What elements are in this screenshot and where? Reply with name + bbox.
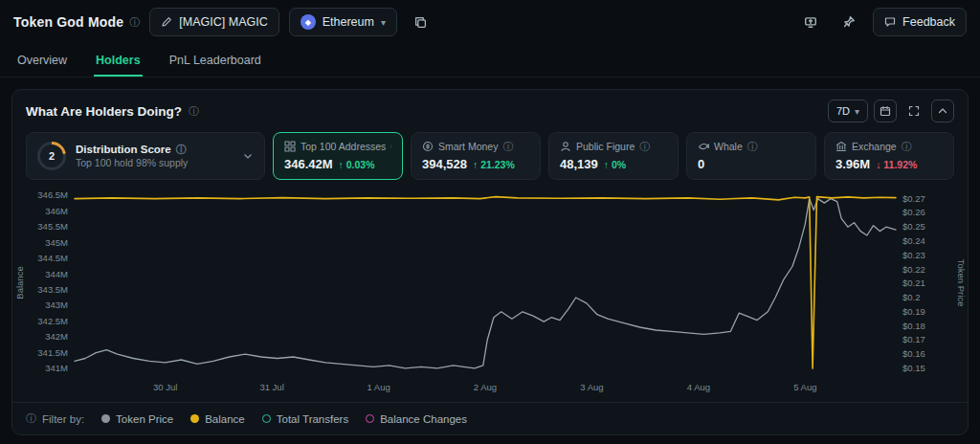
right-axis-title: Token Price — [956, 259, 967, 307]
share-icon — [804, 15, 817, 29]
svg-text:344M: 344M — [45, 269, 68, 279]
feedback-button[interactable]: Feedback — [873, 8, 967, 36]
chart-filter-bar: Filter by: Token Price Balance Total Tra… — [12, 402, 968, 434]
balance-line — [75, 197, 896, 369]
collapse-button[interactable] — [931, 100, 954, 122]
svg-text:$0.27: $0.27 — [902, 193, 925, 204]
stat-card-smart-money[interactable]: Smart Money 394,528 ↑ 21.23% — [411, 132, 541, 180]
stat-card-exchange[interactable]: Exchange 3.96M ↓ 11.92% — [824, 132, 954, 180]
bank-icon — [835, 141, 847, 152]
holders-chart[interactable]: 346.5M346M345.5M345M344.5M344M343.5M343M… — [13, 184, 967, 398]
legend-label: Total Transfers — [277, 413, 348, 425]
svg-text:341M: 341M — [45, 363, 68, 373]
legend-toggle-balance-changes[interactable]: Balance Changes — [366, 413, 467, 425]
distribution-score-value: 2 — [40, 144, 63, 167]
info-icon[interactable] — [176, 144, 187, 155]
svg-text:4 Aug: 4 Aug — [687, 382, 710, 392]
info-icon[interactable] — [189, 106, 199, 117]
svg-text:$0.15: $0.15 — [902, 363, 925, 373]
distribution-score-card[interactable]: 2 Distribution Score Top 100 hold 98% su… — [26, 132, 265, 180]
svg-text:344.5M: 344.5M — [37, 253, 68, 263]
stat-card-value: 346.42M — [284, 157, 333, 171]
pin-button[interactable] — [835, 8, 863, 36]
svg-text:$0.22: $0.22 — [902, 264, 925, 275]
grid-icon — [284, 141, 296, 152]
svg-text:$0.24: $0.24 — [902, 235, 925, 246]
info-icon[interactable] — [639, 142, 650, 152]
svg-text:345M: 345M — [45, 237, 68, 248]
stat-card-label: Smart Money — [438, 141, 498, 152]
svg-text:$0.2: $0.2 — [902, 292, 921, 302]
info-icon[interactable] — [129, 17, 140, 28]
ethereum-icon — [301, 14, 316, 30]
chart-area: 346.5M346M345.5M345M344.5M344M343.5M343M… — [12, 180, 968, 402]
info-icon[interactable] — [902, 142, 912, 152]
legend-dot-icon — [190, 414, 199, 423]
edit-icon — [161, 16, 172, 28]
chain-selector[interactable]: Ethereum — [289, 8, 397, 36]
stat-card-value: 394,528 — [422, 157, 467, 171]
legend-dot-icon — [262, 414, 271, 423]
svg-text:342M: 342M — [45, 331, 68, 342]
legend-dot-icon — [101, 414, 110, 423]
expand-icon — [908, 105, 920, 117]
svg-text:$0.19: $0.19 — [902, 306, 925, 317]
calendar-button[interactable] — [874, 100, 897, 122]
stat-card-label: Top 100 Addresses — [301, 141, 386, 152]
chevron-up-icon — [937, 105, 948, 117]
svg-text:$0.18: $0.18 — [902, 321, 925, 331]
info-icon[interactable] — [390, 142, 391, 152]
person-icon — [560, 141, 571, 152]
token-selector[interactable]: [MAGIC] MAGIC — [149, 8, 278, 36]
svg-text:345.5M: 345.5M — [37, 221, 68, 232]
copy-address-button[interactable] — [407, 8, 435, 36]
filter-by-label: Filter by: — [42, 413, 84, 425]
share-button[interactable] — [796, 8, 825, 36]
holders-panel: What Are Holders Doing? 7D 2 — [11, 89, 969, 435]
copy-icon — [414, 16, 427, 29]
svg-text:342.5M: 342.5M — [37, 316, 68, 326]
stat-card-value: 3.96M — [835, 157, 870, 171]
legend-toggle-token-price[interactable]: Token Price — [101, 413, 173, 425]
stat-card-public-figure[interactable]: Public Figure 48,139 ↑ 0% — [548, 132, 679, 180]
legend-dot-icon — [366, 414, 374, 423]
svg-text:$0.21: $0.21 — [902, 278, 925, 288]
tab-pnl-leaderboard[interactable]: PnL Leaderboard — [167, 44, 263, 77]
info-icon[interactable] — [26, 413, 36, 424]
tab-holders[interactable]: Holders — [94, 44, 143, 77]
expand-button[interactable] — [902, 100, 925, 122]
svg-text:31 Jul: 31 Jul — [259, 382, 283, 392]
stat-card-change: ↓ 11.92% — [876, 159, 917, 170]
svg-text:341.5M: 341.5M — [37, 347, 68, 358]
svg-text:$0.26: $0.26 — [902, 207, 925, 217]
timeframe-dropdown[interactable]: 7D — [828, 100, 868, 122]
coin-icon — [422, 141, 434, 152]
left-axis-title: Balance — [14, 266, 25, 299]
panel-controls: 7D — [828, 100, 954, 122]
tab-overview[interactable]: Overview — [15, 44, 69, 77]
stat-card-whale[interactable]: Whale 0 — [686, 132, 816, 180]
calendar-icon — [880, 105, 891, 117]
info-icon[interactable] — [502, 142, 513, 152]
stat-card-value: 0 — [698, 157, 704, 171]
svg-text:3 Aug: 3 Aug — [580, 382, 603, 392]
stat-card-label: Whale — [714, 141, 743, 152]
stat-card-top-100-addresses[interactable]: Top 100 Addresses 346.42M ↑ 0.03% — [273, 132, 403, 180]
token-selector-label: [MAGIC] MAGIC — [179, 15, 267, 29]
chevron-down-icon[interactable] — [242, 150, 254, 162]
legend-toggle-total-transfers[interactable]: Total Transfers — [262, 413, 348, 425]
chain-selector-label: Ethereum — [323, 15, 374, 29]
svg-text:5 Aug: 5 Aug — [793, 382, 816, 392]
legend-label: Balance — [205, 413, 245, 425]
legend-toggle-balance[interactable]: Balance — [190, 413, 245, 425]
whale-icon — [698, 141, 709, 152]
stat-card-label: Public Figure — [576, 141, 635, 152]
distribution-texts: Distribution Score Top 100 hold 98% supp… — [76, 144, 188, 168]
svg-text:1 Aug: 1 Aug — [367, 382, 390, 392]
page-title: Token God Mode — [13, 14, 123, 30]
chat-icon — [884, 16, 896, 28]
chevron-down-icon — [381, 15, 386, 29]
top-bar: Token God Mode [MAGIC] MAGIC Ethereum Fe… — [0, 0, 980, 44]
svg-text:343M: 343M — [45, 300, 68, 310]
info-icon[interactable] — [747, 142, 758, 152]
